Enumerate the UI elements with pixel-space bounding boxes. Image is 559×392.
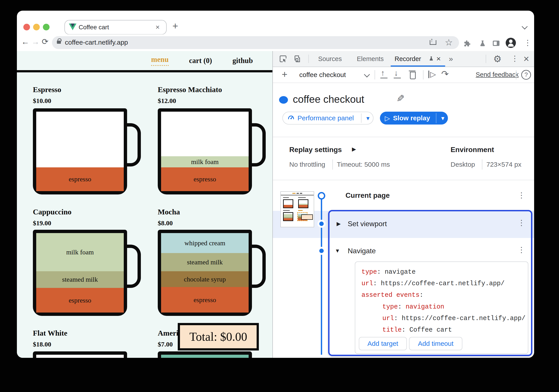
code-line: url: https://coffee-cart.netlify.app/ <box>362 280 504 287</box>
devtools-menu-icon[interactable]: ⋮ <box>511 55 519 62</box>
item-price: $12.00 <box>158 97 222 105</box>
send-feedback-link[interactable]: Send feedback <box>476 71 519 78</box>
extensions-puzzle-icon[interactable] <box>463 40 471 48</box>
replay-caret-icon[interactable]: ▾ <box>441 115 444 122</box>
thumb-nav-cart <box>297 193 299 194</box>
export-icon[interactable]: ↓ <box>394 68 398 78</box>
tab-elements[interactable]: Elements <box>357 55 384 62</box>
item-price: $18.00 <box>33 340 67 348</box>
tab-sources[interactable]: Sources <box>318 55 342 62</box>
nav-menu-link[interactable]: menu <box>151 55 169 66</box>
thumb-cup <box>298 199 308 208</box>
item-price: $8.00 <box>158 219 180 227</box>
current-page-menu-icon[interactable]: ⋮ <box>518 191 525 199</box>
thumb-label <box>283 197 289 198</box>
cup-espresso[interactable]: espresso <box>33 108 127 195</box>
nav-github-link[interactable]: github <box>233 57 253 65</box>
cup-americano[interactable] <box>158 351 252 358</box>
set-viewport-node <box>319 222 324 226</box>
minimize-window-button[interactable] <box>33 24 40 30</box>
more-tabs-icon[interactable]: » <box>449 54 453 63</box>
reload-icon[interactable]: ⟳ <box>42 37 48 46</box>
cup-handle <box>124 123 141 167</box>
layer-label: steamed milk <box>187 258 223 266</box>
recording-select[interactable]: coffee checkout <box>299 71 346 79</box>
replay-settings-expand-icon[interactable]: ▶ <box>352 146 356 152</box>
code-line: type: navigation <box>382 303 444 311</box>
cup-mocha[interactable]: whipped cream steamed milk chocolate syr… <box>158 230 252 316</box>
cup-layer: espresso <box>161 287 249 312</box>
thumb-label <box>283 210 290 211</box>
export-icon-bar <box>394 78 401 78</box>
flask-icon[interactable] <box>479 39 487 48</box>
set-viewport-expand-icon[interactable]: ▶ <box>337 221 341 227</box>
settings-gear-icon[interactable]: ⚙ <box>493 53 502 64</box>
layer-label: chocolate syrup <box>184 276 226 283</box>
recorder-tab-close-icon[interactable]: × <box>436 54 441 63</box>
tab-recorder[interactable]: Recorder <box>395 55 421 62</box>
back-icon[interactable]: ← <box>21 37 29 46</box>
step-replay-icon[interactable]: ▷ <box>430 70 436 79</box>
recorder-toolbar: + coffee checkout ↑ ↓ ▷ ↷ Send feedback … <box>273 67 534 83</box>
zoom-window-button[interactable] <box>43 24 50 30</box>
recording-select-chevron-icon[interactable] <box>364 71 370 78</box>
import-icon[interactable]: ↑ <box>381 68 385 78</box>
delete-trash-icon[interactable] <box>410 72 416 79</box>
layer-label: espresso <box>194 175 216 183</box>
address-bar[interactable]: coffee-cart.netlify.app ↑ ☆ <box>52 36 459 49</box>
browser-window: Coffee cart × + ← → ⟳ coffee-cart.netlif… <box>17 11 534 358</box>
cup-flat-white[interactable] <box>33 351 127 358</box>
device-toolbar-icon[interactable] <box>293 55 301 63</box>
cup-cappuccino[interactable]: milk foam steamed milk espresso <box>33 230 127 316</box>
menu-item-espresso: Espresso $10.00 <box>33 85 61 105</box>
layer-label: milk foam <box>191 158 219 166</box>
throttling-value: No throttling <box>289 161 325 168</box>
page-thumbnail <box>280 191 314 227</box>
item-name: Mocha <box>158 208 180 216</box>
replay-settings-label[interactable]: Replay settings <box>289 146 342 154</box>
performance-caret-icon[interactable]: ▾ <box>366 115 370 122</box>
tab-search-chevron-icon[interactable] <box>522 24 528 29</box>
performance-panel-label: Performance panel <box>298 114 354 122</box>
add-recording-icon[interactable]: + <box>282 69 288 80</box>
menu-item-flat-white: Flat White $18.00 <box>33 329 67 348</box>
cup-espresso-macchiato[interactable]: milk foam espresso <box>158 108 252 195</box>
navigate-menu-icon[interactable]: ⋮ <box>518 246 525 253</box>
close-window-button[interactable] <box>23 24 30 30</box>
menu-item-espresso-macchiato: Espresso Macchiato $12.00 <box>158 85 222 105</box>
performance-panel-button[interactable]: Performance panel ▾ <box>282 112 373 125</box>
tab-close-icon[interactable]: × <box>156 23 160 31</box>
item-name: Espresso Macchiato <box>158 85 222 94</box>
inspect-cursor-icon[interactable] <box>279 55 287 63</box>
set-viewport-menu-icon[interactable]: ⋮ <box>518 219 525 226</box>
nav-cart-link[interactable]: cart (0) <box>189 57 212 65</box>
add-target-button[interactable]: Add target <box>359 337 407 350</box>
cup-handle <box>249 245 266 288</box>
layer-label: espresso <box>194 296 216 304</box>
navigate-step[interactable]: Navigate <box>348 247 376 255</box>
new-tab-button[interactable]: + <box>172 20 178 32</box>
divider <box>516 70 516 80</box>
add-timeout-button[interactable]: Add timeout <box>409 337 462 350</box>
navigate-collapse-icon[interactable]: ▼ <box>335 248 340 254</box>
item-price: $10.00 <box>33 97 61 105</box>
current-page-node <box>318 192 325 200</box>
devtools-close-icon[interactable]: × <box>523 53 529 64</box>
replay-icon[interactable]: ↷ <box>441 69 449 79</box>
layer-label: steamed milk <box>62 276 98 283</box>
slow-replay-button[interactable]: ▷ Slow replay ▾ <box>380 112 448 125</box>
browser-menu-icon[interactable]: ⋮ <box>524 39 531 46</box>
divider <box>332 159 333 169</box>
button-divider <box>361 113 362 123</box>
navigate-node <box>319 249 324 253</box>
browser-tab[interactable]: Coffee cart × <box>65 20 167 35</box>
bookmark-star-icon[interactable]: ☆ <box>445 37 453 47</box>
set-viewport-step[interactable]: Set viewport <box>348 220 387 228</box>
tab-title: Coffee cart <box>79 24 109 31</box>
edit-title-pencil-icon[interactable]: ✎ <box>396 93 405 104</box>
item-name: Espresso <box>33 85 61 94</box>
button-divider <box>436 113 436 123</box>
divider <box>486 55 486 63</box>
thumb-nav-menu <box>292 193 296 194</box>
help-icon[interactable]: ? <box>521 70 531 80</box>
